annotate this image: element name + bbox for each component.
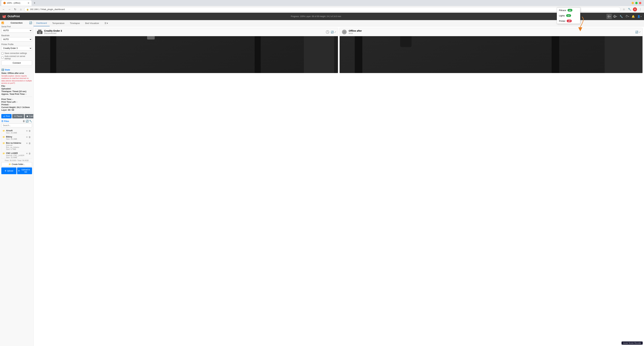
chevron-down-icon: ▾ <box>610 15 611 17</box>
timer-button[interactable]: ⏱ ▾ <box>624 14 630 19</box>
refresh-icon-1[interactable]: 🔄 <box>331 31 334 33</box>
file-size-bibiny: Size: 35.2MB <box>6 138 25 140</box>
printer-profile-select[interactable]: Creality Ender 3 <box>1 46 32 50</box>
tab-timelapse[interactable]: Timelapse <box>67 20 82 26</box>
printer-toggle[interactable]: off <box>567 19 572 22</box>
filtrace-toggle[interactable]: on <box>568 9 572 11</box>
expand-icon-offline[interactable]: ⤢ <box>639 31 641 33</box>
printer-profile-label: Printer Profile <box>1 43 32 45</box>
file-info-cnc: CNC LASER Internal: CNC_LASER Size: 32.6… <box>6 152 25 159</box>
svg-rect-1 <box>38 30 42 31</box>
svg-rect-34 <box>604 36 642 73</box>
state-info: State: Offline after error SerialExcepti… <box>1 72 32 95</box>
print-button[interactable]: 🖨 Print <box>1 114 12 118</box>
power-button[interactable]: ⏻ ▾ <box>612 14 618 19</box>
file-name-bibiny: Bibiny <box>6 136 25 138</box>
state-header[interactable]: ℹ️ State <box>1 68 32 71</box>
expand-icon-1[interactable]: ⤢ <box>334 31 336 33</box>
bell-button[interactable]: 🔔 <box>630 14 636 19</box>
browser-tab[interactable]: 100% - (offline) ✕ <box>1 0 32 6</box>
save-connection-checkbox[interactable] <box>1 52 4 54</box>
new-tab-button[interactable]: + <box>32 1 37 5</box>
action-buttons: 🖨 Print ⏸ Pause ⏹ Cancel <box>1 114 32 118</box>
svg-rect-12 <box>147 36 155 39</box>
file-internal-box: Internal: Box_na_tiskanu <box>6 144 25 148</box>
timer-icon: ⏱ <box>626 15 628 18</box>
files-trash-icon[interactable]: 🗑 <box>23 120 25 122</box>
browser-menu-button[interactable]: ⋮ <box>638 7 643 12</box>
file-delete-bibiny[interactable]: 🗑 <box>28 136 31 139</box>
address-bar[interactable]: 🔒 192.168.1.7/#tab_plugin_dashboard <box>24 7 620 12</box>
extensions-button[interactable]: 🔧 <box>627 7 632 12</box>
file-delete-airsoft[interactable]: 🗑 <box>28 130 31 132</box>
lights-toggle[interactable]: on <box>566 14 571 17</box>
dropdown-item-printer[interactable]: Printer off <box>557 18 580 24</box>
refresh-icon-offline[interactable]: 🔄 <box>635 31 638 33</box>
file-delete-cnc[interactable]: 🗑 <box>28 152 31 155</box>
state-separator <box>1 97 32 97</box>
connection-refresh-icon[interactable]: 🔄 <box>29 21 32 24</box>
connect-button[interactable]: Connect <box>1 60 32 65</box>
maximize-button[interactable] <box>635 2 638 4</box>
tab-dashboard[interactable]: Dashboard <box>34 20 50 26</box>
upload-section: ⬆ Upload ⬆ Upload to SD <box>1 168 32 174</box>
header-icons: ⚙ ▾ ⏻ ▾ 🔧 ⏱ ▾ 🔔 👤 ▾ <box>606 14 642 19</box>
favicon <box>3 2 6 4</box>
file-close-airsoft[interactable]: ✕ <box>26 130 28 132</box>
files-refresh-icon[interactable]: 🔄 <box>26 120 28 122</box>
upload-button[interactable]: ⬆ Upload <box>1 168 16 174</box>
baudrate-select[interactable]: AUTO <box>1 37 32 41</box>
screen-recorder-text: movavi Screen Recorder <box>623 342 641 344</box>
filtrace-label: Filtrace <box>559 9 566 11</box>
dropdown-item-lights[interactable]: Lights on <box>557 13 580 18</box>
tools-button[interactable]: 🔧 <box>618 14 624 19</box>
upload-sd-icon: ⬆ <box>18 170 20 172</box>
app-logo: 🐙 OctoPrint <box>2 14 26 18</box>
upload-sd-button[interactable]: ⬆ Upload to SD <box>17 168 32 174</box>
timelapse-label: Timelapse: <box>1 90 12 93</box>
svg-rect-3 <box>39 33 40 34</box>
timelapse-icon-ender3 <box>326 30 330 34</box>
auto-connect-checkbox[interactable] <box>1 56 4 59</box>
settings-button[interactable]: ⚙ ▾ <box>606 14 612 19</box>
cancel-button[interactable]: ⏹ Cancel <box>25 114 34 118</box>
user-button[interactable]: 👤 ▾ <box>636 14 642 19</box>
minimize-button[interactable] <box>632 2 634 4</box>
tab-bed-visualizer[interactable]: Bed Visualizer <box>82 20 102 26</box>
home-button[interactable]: ⌂ <box>18 7 23 12</box>
content-area: Dashboard Temperature Timelapse Bed Visu… <box>34 20 644 346</box>
print-icon: 🖨 <box>3 115 5 117</box>
files-settings-icon[interactable]: 🔧 <box>29 120 32 122</box>
create-folder-button[interactable]: 📁 Create folder... <box>1 162 32 167</box>
back-button[interactable]: ← <box>1 7 6 12</box>
printer-offline-text: Offline after <box>349 29 362 32</box>
content-tabs: Dashboard Temperature Timelapse Bed Visu… <box>34 20 644 26</box>
profile-button[interactable]: M <box>633 7 637 11</box>
tab-more[interactable]: ☰ ▾ <box>102 20 111 26</box>
save-connection-label: Save connection settings <box>4 52 27 54</box>
printer-name-offline: Offline after error <box>349 29 362 34</box>
dropdown-item-filtrace[interactable]: Filtrace on <box>557 7 580 13</box>
file-close-bibiny[interactable]: ✕ <box>26 136 28 139</box>
tab-temperature[interactable]: Temperature <box>50 20 67 26</box>
pause-label: Pause <box>16 115 22 117</box>
state-error-text: SerialException: device reports readines… <box>1 75 32 84</box>
layer-row: Layer: 69 / 69 <box>1 109 32 111</box>
close-tab-icon[interactable]: ✕ <box>28 2 30 4</box>
serial-port-select[interactable]: AUTO <box>1 28 32 33</box>
file-close-box[interactable]: ✕ <box>26 142 28 145</box>
folder-icon-cnc: 📁 <box>2 152 5 155</box>
forward-button[interactable]: → <box>7 7 12 12</box>
printer-card-header-ender3: Creality Ender 3 Disconnected 🔄 ⤢ <box>35 28 338 36</box>
svg-rect-26 <box>355 36 362 73</box>
search-input[interactable] <box>1 123 32 128</box>
file-item-bibiny: 📁 Bibiny Size: 35.2MB ✕ 🗑 <box>2 135 32 141</box>
printer-section: Creality Ender 3 Disconnected 🔄 ⤢ <box>34 26 644 75</box>
pause-button[interactable]: ⏸ Pause <box>12 114 24 118</box>
reload-button[interactable]: ↻ <box>13 7 18 12</box>
close-window-button[interactable] <box>639 2 641 4</box>
bookmark-button[interactable]: ☆ <box>622 7 626 12</box>
file-close-cnc[interactable]: ✕ <box>26 152 28 155</box>
files-title[interactable]: ☰ Files <box>1 120 22 122</box>
file-delete-box[interactable]: 🗑 <box>28 142 31 145</box>
